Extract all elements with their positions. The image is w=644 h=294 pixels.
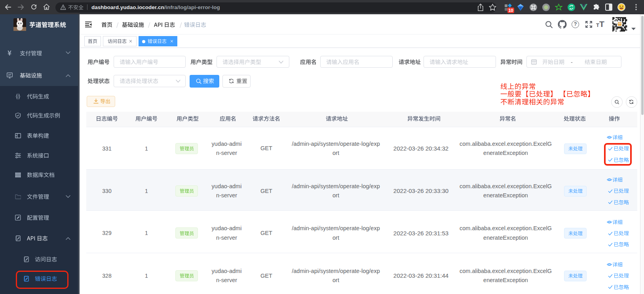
svg-text:10: 10 (508, 8, 513, 13)
